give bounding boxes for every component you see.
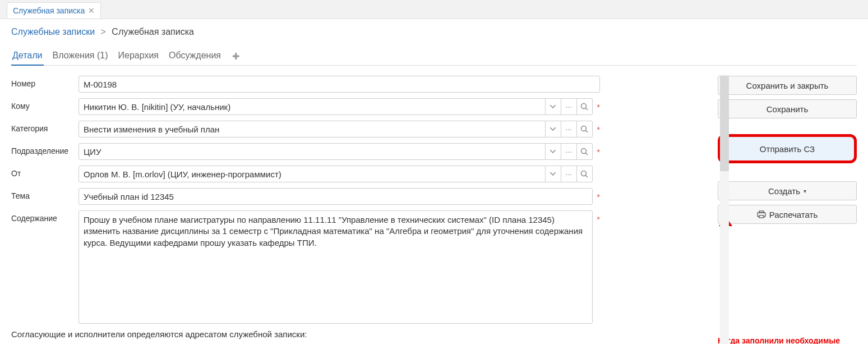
save-button[interactable]: Сохранить (718, 99, 857, 118)
svg-point-6 (581, 171, 587, 176)
tab-label: Служебная записка (13, 6, 85, 15)
svg-line-7 (586, 176, 588, 178)
breadcrumb-sep: > (101, 27, 106, 36)
page-tabs: Детали Вложения (1) Иерархия Обсуждения … (11, 47, 857, 66)
svg-rect-10 (759, 215, 764, 218)
search-icon[interactable] (577, 166, 593, 182)
chevron-down-icon[interactable] (546, 98, 561, 115)
svg-point-0 (581, 104, 587, 109)
arrow-up-icon (718, 216, 857, 334)
content-field[interactable] (79, 210, 593, 324)
tab-attachments[interactable]: Вложения (1) (52, 47, 109, 65)
svg-line-5 (586, 153, 588, 155)
actions-sidebar: Сохранить и закрыть Сохранить Отправить … (718, 76, 857, 344)
caret-down-icon: ▾ (804, 188, 806, 194)
approvers-note: Согласующие и исполнители определяются а… (11, 329, 600, 339)
dept-field[interactable] (79, 143, 546, 160)
chevron-down-icon[interactable] (546, 166, 561, 182)
submit-button[interactable]: Отправить СЗ (718, 134, 857, 163)
search-icon[interactable] (577, 98, 593, 115)
svg-point-4 (581, 149, 587, 154)
required-mark: * (597, 121, 600, 134)
from-field[interactable] (79, 166, 546, 182)
print-label: Распечатать (769, 210, 818, 219)
scrollbar[interactable] (720, 75, 729, 344)
search-icon[interactable] (577, 143, 593, 160)
add-tab-button[interactable]: ✚ (230, 51, 242, 62)
to-field[interactable] (79, 98, 546, 115)
label-number: Номер (11, 76, 79, 88)
svg-line-3 (586, 131, 588, 133)
tab-hierarchy[interactable]: Иерархия (117, 47, 160, 65)
form: Номер Кому ··· * (11, 76, 600, 339)
svg-line-1 (586, 108, 588, 111)
svg-rect-9 (759, 211, 764, 213)
search-icon[interactable] (577, 121, 593, 137)
print-icon (757, 210, 766, 218)
help-annotation: Когда заполнили необходимые поля и прикр… (718, 335, 857, 344)
label-from: От (11, 166, 79, 178)
tab-discussions[interactable]: Обсуждения (168, 47, 222, 65)
ellipsis-icon[interactable]: ··· (561, 121, 577, 137)
create-button[interactable]: Создать ▾ (718, 181, 857, 200)
label-content: Содержание (11, 210, 79, 223)
subject-field[interactable] (79, 188, 593, 205)
label-subject: Тема (11, 188, 79, 200)
svg-point-2 (581, 126, 587, 131)
breadcrumb-root[interactable]: Служебные записки (11, 27, 95, 36)
close-icon[interactable]: ✕ (88, 6, 95, 15)
number-field[interactable] (79, 76, 600, 93)
scrollbar-thumb[interactable] (720, 76, 729, 171)
breadcrumb: Служебные записки > Служебная записка (11, 27, 857, 37)
required-mark: * (597, 143, 600, 157)
window-tabs: Служебная записка ✕ (0, 0, 868, 19)
required-mark: * (597, 188, 600, 201)
ellipsis-icon[interactable]: ··· (561, 166, 577, 182)
ellipsis-icon[interactable]: ··· (561, 143, 577, 160)
required-mark: * (597, 98, 600, 112)
chevron-down-icon[interactable] (546, 121, 561, 137)
ellipsis-icon[interactable]: ··· (561, 98, 577, 115)
chevron-down-icon[interactable] (546, 143, 561, 160)
create-label: Создать (768, 186, 800, 196)
required-mark: * (597, 210, 600, 224)
breadcrumb-current: Служебная записка (112, 27, 194, 36)
tab-details[interactable]: Детали (11, 47, 44, 65)
category-field[interactable] (79, 121, 546, 137)
label-dept: Подразделение (11, 143, 79, 155)
tab-memo[interactable]: Служебная записка ✕ (7, 2, 101, 19)
save-close-button[interactable]: Сохранить и закрыть (718, 76, 857, 95)
label-category: Категория (11, 121, 79, 133)
label-to: Кому (11, 98, 79, 111)
